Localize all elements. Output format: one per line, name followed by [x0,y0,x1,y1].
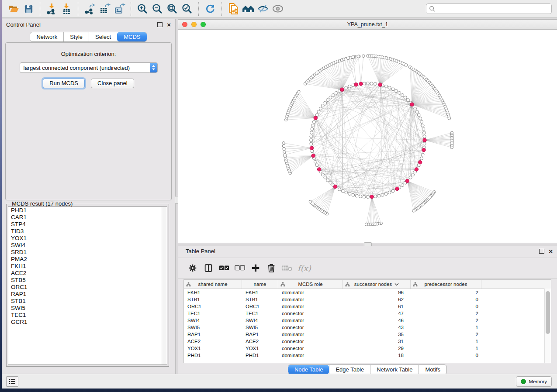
table-cell[interactable]: SWI5 [184,325,242,330]
network-node[interactable] [311,127,314,131]
network-node[interactable] [355,194,358,197]
network-node[interactable] [384,85,387,88]
network-node[interactable] [398,91,401,94]
tab-node-table[interactable]: Node Table [288,365,329,374]
table-cell[interactable]: SWI4 [242,318,278,323]
network-node[interactable] [401,184,404,187]
table-cell[interactable]: connector [278,325,343,330]
table-row[interactable]: TEC1TEC1connector472 [184,310,551,317]
table-cell[interactable]: dominator [278,318,343,323]
mcds-hub-node[interactable] [395,187,399,190]
table-cell[interactable]: YOX1 [242,346,278,351]
table-cell[interactable]: 61 [343,304,411,309]
zoom-in-button[interactable] [135,2,150,16]
network-node[interactable] [422,131,426,134]
network-node[interactable] [332,93,335,96]
network-node[interactable] [311,124,315,127]
mcds-result-item[interactable]: RAP1 [8,291,167,298]
zoom-out-button[interactable] [150,2,165,16]
network-node[interactable] [363,195,366,198]
table-row[interactable]: SWI4SWI4dominator462 [184,317,551,324]
mcds-result-item[interactable]: PMA2 [8,256,167,263]
network-node[interactable] [310,131,313,134]
network-node[interactable] [406,99,409,102]
leaf-node[interactable] [282,141,285,144]
select-all-button[interactable] [216,261,232,275]
network-node[interactable] [423,135,426,138]
column-header-name[interactable]: name [242,280,278,289]
home-networks-button[interactable] [241,2,256,16]
network-node[interactable] [384,193,387,196]
table-scrollbar-thumb[interactable] [546,291,550,334]
memory-button[interactable]: Memory [516,376,552,387]
leaf-node[interactable] [412,210,415,213]
network-node[interactable] [404,96,407,99]
table-cell[interactable]: dominator [278,332,343,337]
close-panel-icon[interactable]: × [549,249,553,254]
close-panel-icon[interactable]: × [167,23,171,27]
network-node[interactable] [417,113,420,117]
network-node[interactable] [321,104,324,107]
table-cell[interactable]: 1 [411,346,481,351]
network-node[interactable] [326,179,329,182]
refresh-button[interactable] [203,2,218,16]
leaf-node[interactable] [450,146,453,149]
network-node[interactable] [359,195,362,198]
mcds-result-item[interactable]: ORC1 [8,284,167,291]
mcds-result-item[interactable]: ACE2 [8,270,167,277]
leaf-node[interactable] [298,90,301,93]
table-cell[interactable]: PHD1 [184,353,242,358]
mcds-result-item[interactable]: STB1 [8,298,167,305]
mcds-hub-node[interactable] [340,88,344,91]
table-cell[interactable]: ORC1 [242,304,278,309]
leaf-node[interactable] [357,55,360,58]
table-cell[interactable]: connector [278,346,343,351]
tab-network[interactable]: Network [30,32,63,41]
mcds-result-item[interactable]: GCR1 [8,319,167,326]
network-node[interactable] [420,157,423,160]
table-cell[interactable]: 0 [411,297,481,302]
mcds-result-item[interactable]: YOX1 [8,235,167,242]
float-panel-icon[interactable] [539,249,544,254]
network-node[interactable] [415,110,419,113]
network-window-titlebar[interactable]: YPA_prune.txt_1 [178,20,557,30]
table-cell[interactable]: 35 [343,332,411,337]
table-cell[interactable]: SWI5 [242,325,278,330]
open-session-button[interactable] [6,2,21,16]
mcds-hub-node[interactable] [317,168,321,171]
network-node[interactable] [367,82,370,85]
table-cell[interactable]: dominator [278,290,343,295]
table-cell[interactable]: FKH1 [184,290,242,295]
table-cell[interactable]: SWI4 [184,318,242,323]
save-session-button[interactable] [21,2,36,16]
network-node[interactable] [321,173,324,176]
network-node[interactable] [401,93,404,96]
network-node[interactable] [324,101,327,104]
leaf-node[interactable] [283,148,286,151]
tab-network-table[interactable]: Network Table [370,365,419,374]
network-node[interactable] [391,88,394,91]
float-panel-icon[interactable] [157,22,163,27]
network-node[interactable] [414,107,417,110]
mcds-hub-node[interactable] [419,161,422,164]
network-node[interactable] [395,89,398,93]
mcds-hub-node[interactable] [423,138,426,142]
table-row[interactable]: ACE2ACE2connector311 [184,338,551,345]
table-cell[interactable]: 46 [343,318,411,323]
network-node[interactable] [352,193,355,196]
network-node[interactable] [367,196,370,199]
table-row[interactable]: STB1STB1dominator620 [184,296,551,303]
network-node[interactable] [419,117,422,120]
network-node[interactable] [314,160,317,163]
table-cell[interactable]: 29 [343,346,411,351]
import-network-button[interactable] [44,2,59,16]
network-node[interactable] [310,139,313,142]
network-node[interactable] [345,191,348,194]
mcds-result-item[interactable]: CAR1 [8,214,167,221]
table-row[interactable]: PHD1PHD1dominator180 [184,352,551,359]
table-cell[interactable]: 0 [411,304,481,309]
tab-select[interactable]: Select [89,32,117,41]
mcds-hub-node[interactable] [405,179,409,182]
column-header-shared-name[interactable]: shared name [184,280,242,289]
network-node[interactable] [345,86,348,89]
